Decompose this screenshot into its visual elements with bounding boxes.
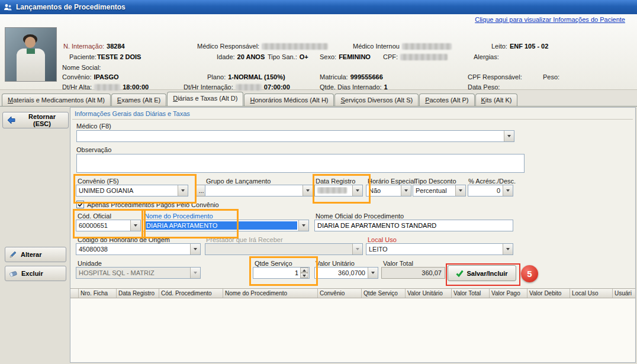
cod-oficial-combo[interactable]: 60000651 [76,220,141,231]
tab-servicos-diversos[interactable]: Serviços Diversos (Alt S) [334,94,419,106]
chevron-down-icon[interactable] [503,185,513,196]
horario-especial-label: Horário Especial [368,178,416,185]
spin-down-icon[interactable] [300,273,308,278]
qtde-servico-spinner[interactable] [300,268,308,278]
app-icon [4,3,12,12]
cod-oficial-label: Cód. Oficial [78,212,111,220]
tab-materiais-medicamentos[interactable]: Materiais e Medicamentos (Alt M) [2,94,111,106]
grid-col-valor-unitario[interactable]: Valor Unitário [406,289,452,298]
grid-col-convenio[interactable]: Convênio [318,289,362,298]
grid-col-indicator[interactable] [70,289,79,298]
retornar-button[interactable]: Retornar (ESC) [2,112,69,128]
valor-unitario-combo[interactable]: 360,0700 [314,267,378,279]
grid-col-cod-procedimento[interactable]: Cód. Procedimento [159,289,223,298]
valor-unitario-label: Valor Unitário [316,260,355,267]
chevron-down-icon[interactable] [504,131,514,141]
tipo-desconto-combo[interactable]: Percentual [413,185,466,197]
grid-col-usuario[interactable]: Usuári [613,289,635,298]
nome-oficial-input[interactable] [314,220,513,231]
chevron-down-icon [352,244,362,255]
patient-convenio: Convênio: IPASGO [62,73,119,80]
grid-body[interactable] [70,298,635,362]
grid-col-valor-total[interactable]: Valor Total [452,289,490,298]
tab-bar: Materiais e Medicamentos (Alt M) Exames … [0,92,637,106]
patient-data-peso: Data Peso: [468,83,500,91]
grid-col-nome-procedimento[interactable]: Nome do Procedimento [223,289,318,298]
section-divider [72,119,633,120]
redacted-value [402,43,452,50]
tab-honorarios-medicos[interactable]: Honorários Médicos (Alt H) [244,94,334,106]
patient-cpf-responsavel: CPF Responsável: [468,73,522,80]
grid-col-qtde-servico[interactable]: Qtde Serviço [362,289,406,298]
chevron-down-icon[interactable] [401,185,411,196]
patient-plano: Plano: 1-NORMAL (150%) [207,73,285,80]
grid-col-data-registro[interactable]: Data Registro [117,289,159,298]
convenio-combo[interactable]: UNIMED GOIANIA [76,185,188,197]
observacao-input[interactable] [76,154,525,173]
chevron-down-icon[interactable] [178,185,188,196]
titlebar: Lançamentos de Procedimentos [0,0,637,14]
grid-col-nro-ficha[interactable]: Nro. Ficha [79,289,117,298]
green-check-icon [456,270,464,277]
excluir-button[interactable]: Excluir [5,266,66,281]
chevron-down-icon[interactable] [503,244,513,255]
back-arrow-icon [7,116,16,124]
chevron-down-icon[interactable] [352,185,362,196]
patient-info-link[interactable]: Clique aqui para visualizar Informações … [475,16,625,23]
prestador-combo [205,243,363,255]
chevron-down-icon[interactable] [455,185,465,196]
check-icon [78,202,83,207]
medico-combo[interactable] [76,130,514,142]
prestador-label: Prestador que Irá Receber [206,236,283,243]
data-registro-combo[interactable] [314,185,363,197]
grupo-lancamento-combo[interactable] [205,185,313,197]
nome-procedimento-combo[interactable]: DIARIA APARTAMENTO [143,220,309,231]
patient-leito: Leito: ENF 105 - 02 [491,43,548,50]
patient-sexo: Sexo: FEMININO [320,53,371,60]
acresc-desc-label: % Acrésc./Desc. [468,178,516,185]
valor-total-field: 360,07 [381,267,445,279]
patient-dthr-alta: Dt/Hr Alta: 18:00:00 [62,83,149,91]
patient-tipo-sanguineo: Tipo San.: O+ [268,53,308,60]
redacted-value [400,54,448,60]
redacted-value [262,43,328,50]
horario-especial-combo[interactable]: Não [366,185,411,197]
apenas-pagos-label: Apenas Procedimentos Pagos Pelo Convênio [87,201,219,208]
pencil-icon [9,250,17,259]
nome-procedimento-label: Nome do Procedimento [144,212,213,220]
patient-nome: Paciente: TESTE 2 DOIS [69,53,141,60]
local-uso-combo[interactable]: LEITO [366,243,513,255]
chevron-down-icon[interactable] [190,244,200,255]
chevron-down-icon[interactable] [303,185,313,196]
redacted-value [317,187,347,194]
patient-dthr-internacao: Dt/Hr Internação: 07:00:00 [184,83,290,91]
patient-photo [5,27,57,82]
section-title: Informações Gerais das Diárias e Taxas [75,110,190,117]
patient-nome-social: Nome Social: [62,64,101,71]
window-title: Lançamentos de Procedimentos [16,3,126,11]
eraser-icon [9,270,18,278]
redacted-value [236,84,262,91]
valor-total-label: Valor Total [383,260,413,267]
grid-col-valor-pago[interactable]: Valor Pago [490,289,527,298]
diarias-taxas-panel: Informações Gerais das Diárias e Taxas M… [70,107,636,363]
chevron-down-icon[interactable] [368,268,378,278]
tab-kits[interactable]: Kits (Alt K) [475,94,518,106]
grid-col-local-uso[interactable]: Local Uso [570,289,613,298]
salvar-incluir-button[interactable]: Salvar/Incluir [448,265,516,281]
spin-up-icon[interactable] [300,268,308,273]
acresc-desc-combo[interactable]: 0 [468,185,513,197]
chevron-down-icon[interactable] [298,220,308,231]
alterar-button[interactable]: Alterar [5,247,66,262]
redacted-value [94,84,120,91]
grupo-lancamento-label: Grupo de Lançamento [206,178,271,185]
medico-label: Médico (F8) [76,123,111,130]
cod-honorario-combo[interactable]: 45080038 [76,243,201,255]
tab-diarias-taxas[interactable]: Diárias e Taxas (Alt D) [167,92,243,106]
grid-col-valor-debito[interactable]: Valor Debito [527,289,570,298]
tab-pacotes[interactable]: Pacotes (Alt P) [419,94,474,106]
app-window: Lançamentos de Procedimentos Clique aqui… [0,0,637,364]
tab-exames[interactable]: Exames (Alt E) [111,94,166,106]
apenas-pagos-checkbox[interactable] [76,201,84,208]
chevron-down-icon[interactable] [130,220,140,231]
